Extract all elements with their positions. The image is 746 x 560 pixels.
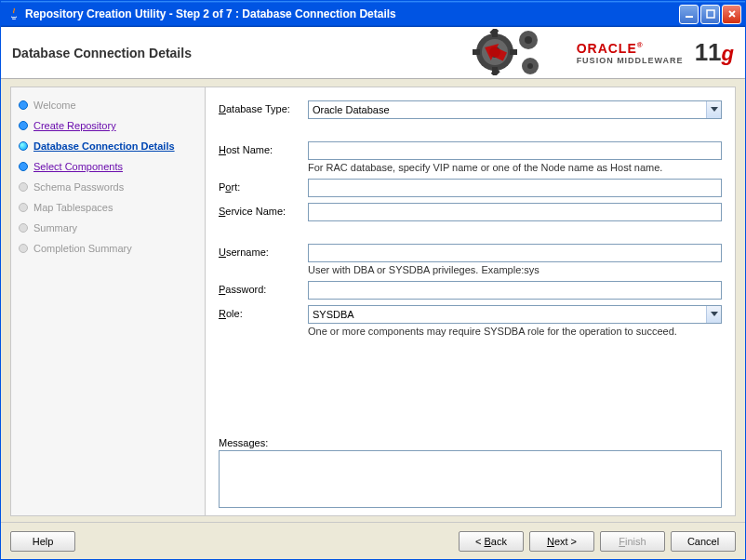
service-input[interactable] [308,203,722,221]
step-dot-icon [19,244,28,253]
oracle-logo: ORACLE® FUSION MIDDLEWARE 11g [577,38,734,67]
svg-rect-0 [686,16,693,18]
step-select-components[interactable]: Select Components [17,156,199,177]
svg-point-12 [525,36,532,44]
wizard-window: Repository Creation Utility - Step 2 of … [0,0,746,560]
brand-tagline: FUSION MIDDLEWARE [577,56,684,65]
svg-rect-5 [473,49,480,55]
database-type-select[interactable]: Oracle Database [308,100,722,119]
finish-button[interactable]: Finish [600,531,665,552]
java-icon [7,7,21,21]
port-input[interactable] [308,179,722,197]
chevron-down-icon [706,101,721,118]
steps-sidebar: Welcome Create Repository Database Conne… [10,87,206,516]
messages-box [219,450,722,508]
window-buttons [679,5,741,24]
username-label: Username: [219,244,308,258]
form-panel: Database Type: Oracle Database Host Name… [206,87,736,516]
titlebar: Repository Creation Utility - Step 2 of … [1,1,745,27]
step-dot-icon [19,162,28,171]
version-logo: 11g [695,38,734,67]
maximize-button[interactable] [700,5,720,24]
username-input[interactable] [308,244,722,262]
step-create-repository[interactable]: Create Repository [17,115,199,136]
next-button[interactable]: Next > [529,531,594,552]
step-dot-icon [19,121,28,130]
footer-bar: Help < Back Next > Finish Cancel [1,522,745,559]
username-hint: User with DBA or SYSDBA privileges. Exam… [308,264,722,275]
page-title: Database Connection Details [12,46,456,60]
messages-label: Messages: [219,437,722,448]
svg-rect-1 [707,10,714,18]
host-hint: For RAC database, specify VIP name or on… [308,162,722,173]
role-select[interactable]: SYSDBA [308,305,722,324]
cancel-button[interactable]: Cancel [671,531,736,552]
service-label: Service Name: [219,203,308,217]
step-db-connection[interactable]: Database Connection Details [17,136,199,156]
host-input[interactable] [308,141,722,160]
role-hint: One or more components may require SYSDB… [308,326,722,337]
step-completion-summary: Completion Summary [17,238,199,259]
step-map-tablespaces: Map Tablespaces [17,197,199,218]
wizard-body: Welcome Create Repository Database Conne… [1,79,745,516]
brand-text: ORACLE [577,41,637,56]
header-banner: Database Connection Details ORACL [1,27,745,79]
step-dot-icon [19,203,28,212]
chevron-down-icon [706,306,721,323]
host-label: Host Name: [219,141,308,155]
svg-rect-6 [510,49,517,55]
step-schema-passwords: Schema Passwords [17,177,199,197]
step-summary: Summary [17,218,199,238]
close-button[interactable] [722,5,741,24]
port-label: Port: [219,179,308,193]
svg-point-14 [527,63,533,69]
step-dot-icon [19,141,28,151]
database-type-label: Database Type: [219,100,308,114]
role-label: Role: [219,305,308,319]
password-input[interactable] [308,281,722,300]
back-button[interactable]: < Back [459,531,524,552]
step-welcome: Welcome [17,95,199,115]
step-dot-icon [19,100,28,110]
password-label: Password: [219,281,308,295]
step-dot-icon [19,223,28,233]
help-button[interactable]: Help [10,531,75,552]
gears-graphic [456,29,567,77]
step-dot-icon [19,182,28,192]
window-title: Repository Creation Utility - Step 2 of … [25,7,679,20]
minimize-button[interactable] [679,5,699,24]
